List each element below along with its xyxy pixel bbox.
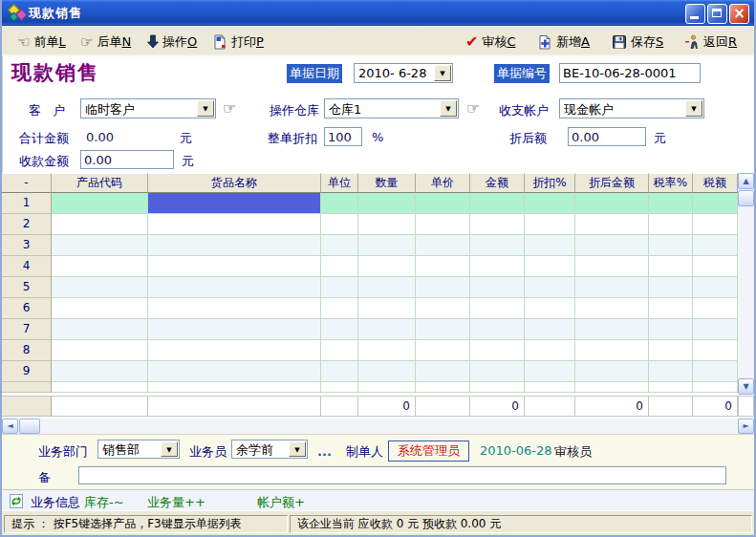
new-doc-button[interactable]: 新增A xyxy=(535,32,592,52)
grid-cell-r6-c7[interactable] xyxy=(525,298,575,319)
row-number-1[interactable]: 1 xyxy=(2,193,52,214)
grid-cell-r9-c5[interactable] xyxy=(416,361,470,382)
grid-cell-r9-c9[interactable] xyxy=(649,361,693,382)
grid-cell-r3-c10[interactable] xyxy=(693,235,738,256)
grid-cell-r6-c4[interactable] xyxy=(358,298,416,319)
print-button[interactable]: 打印P xyxy=(210,32,266,52)
operate-button[interactable]: 操作O xyxy=(145,32,199,52)
grid-cell-r5-c10[interactable] xyxy=(693,277,738,298)
row-number-5[interactable]: 5 xyxy=(2,277,52,298)
grid-cell-r3-c3[interactable] xyxy=(321,235,358,256)
grid-cell-r8-c2[interactable] xyxy=(148,340,321,361)
grid-cell-r9-c4[interactable] xyxy=(358,361,416,382)
grid-cell-r2-c1[interactable] xyxy=(52,214,148,235)
grid-cell-r1-c7[interactable] xyxy=(525,193,575,214)
grid-cell-r4-c4[interactable] xyxy=(358,256,416,277)
chevron-down-icon[interactable]: ▼ xyxy=(685,100,702,117)
grid-cell-r6-c6[interactable] xyxy=(470,298,525,319)
remark-input[interactable] xyxy=(78,466,726,484)
more-button[interactable]: ... xyxy=(317,444,332,459)
grid-cell-r3-c2[interactable] xyxy=(148,235,321,256)
grid-cell-r5-c8[interactable] xyxy=(575,277,649,298)
grid-cell-r3-c9[interactable] xyxy=(649,235,693,256)
vertical-scrollbar[interactable]: ▲ ▼ xyxy=(738,173,754,395)
scroll-down-button[interactable]: ▼ xyxy=(738,378,754,395)
row-number-8[interactable]: 8 xyxy=(2,340,52,361)
grid-cell-r8-c7[interactable] xyxy=(525,340,575,361)
column-header-10[interactable]: 税额 xyxy=(693,173,738,193)
grid-cell-r8-c8[interactable] xyxy=(575,340,649,361)
scroll-right-button[interactable]: ► xyxy=(738,419,754,434)
grid-cell-r1-c3[interactable] xyxy=(321,193,358,214)
prev-doc-button[interactable]: ☜ 前单L xyxy=(15,32,68,52)
grid-cell-r4-c6[interactable] xyxy=(470,256,525,277)
discounted-amount-input[interactable] xyxy=(568,127,646,146)
business-info-button[interactable]: 业务信息 xyxy=(31,494,80,511)
grid-cell-r1-c8[interactable] xyxy=(575,193,649,214)
chevron-down-icon[interactable]: ▼ xyxy=(161,441,178,457)
grid-cell-r8-c5[interactable] xyxy=(416,340,470,361)
grid-cell-r9-c10[interactable] xyxy=(693,361,738,382)
grid-cell-r4-c8[interactable] xyxy=(575,256,649,277)
column-header-7[interactable]: 折扣% xyxy=(525,173,575,193)
grid-cell-r2-c9[interactable] xyxy=(649,214,693,235)
grid-cell-r7-c2[interactable] xyxy=(148,319,321,340)
grid-cell-r7-c3[interactable] xyxy=(321,319,358,340)
received-amount-input[interactable] xyxy=(80,150,174,169)
grid-cell-r7-c9[interactable] xyxy=(649,319,693,340)
grid-cell-r5-c3[interactable] xyxy=(321,277,358,298)
return-button[interactable]: 返回R xyxy=(682,32,739,52)
row-number-9[interactable]: 9 xyxy=(2,361,52,382)
grid-cell-r7-c10[interactable] xyxy=(693,319,738,340)
grid-cell-r6-c9[interactable] xyxy=(649,298,693,319)
close-button[interactable]: × xyxy=(729,4,749,24)
horizontal-scroll-thumb[interactable] xyxy=(19,419,40,434)
grid-cell-r4-c2[interactable] xyxy=(148,256,321,277)
grid-cell-r8-c9[interactable] xyxy=(649,340,693,361)
grid-cell-r2-c10[interactable] xyxy=(693,214,738,235)
grid-cell-r2-c6[interactable] xyxy=(470,214,525,235)
grid-cell-r3-c8[interactable] xyxy=(575,235,649,256)
account-select[interactable]: 现金帐户 ▼ xyxy=(559,98,704,118)
grid-cell-r8-c1[interactable] xyxy=(52,340,148,361)
grid-cell-r6-c2[interactable] xyxy=(148,298,321,319)
discount-input[interactable] xyxy=(324,127,362,146)
column-header-6[interactable]: 金额 xyxy=(470,173,525,193)
chevron-down-icon[interactable]: ▼ xyxy=(289,441,306,457)
minimize-button[interactable] xyxy=(685,4,705,24)
column-header-2[interactable]: 货品名称 xyxy=(148,173,321,193)
grid-cell-r5-c1[interactable] xyxy=(52,277,148,298)
column-header-5[interactable]: 单价 xyxy=(416,173,470,193)
save-button[interactable]: 保存S xyxy=(610,32,665,52)
doc-no-input[interactable] xyxy=(559,63,701,83)
grid-cell-r7-c4[interactable] xyxy=(358,319,416,340)
doc-date-select[interactable]: 2010- 6-28 ▼ xyxy=(354,63,453,83)
grid-cell-r4-c3[interactable] xyxy=(321,256,358,277)
warehouse-picker-hand-icon[interactable]: ☞ xyxy=(466,99,480,118)
customer-picker-hand-icon[interactable]: ☞ xyxy=(223,99,236,118)
grid-cell-r1-c6[interactable] xyxy=(470,193,525,214)
customer-select[interactable]: 临时客户 ▼ xyxy=(80,98,216,118)
column-header-4[interactable]: 数量 xyxy=(358,173,416,193)
grid-cell-r4-c7[interactable] xyxy=(525,256,575,277)
department-select[interactable]: 销售部 ▼ xyxy=(97,440,180,459)
next-doc-button[interactable]: ☞ 后单N xyxy=(78,32,133,52)
grid-cell-r1-c1[interactable] xyxy=(52,193,148,214)
grid-cell-r9-c1[interactable] xyxy=(52,361,148,382)
grid-cell-r3-c7[interactable] xyxy=(525,235,575,256)
maximize-button[interactable] xyxy=(707,4,727,24)
grid-cell-r7-c1[interactable] xyxy=(52,319,148,340)
grid-cell-r7-c7[interactable] xyxy=(525,319,575,340)
grid-cell-r1-c5[interactable] xyxy=(416,193,470,214)
grid-cell-r7-c8[interactable] xyxy=(575,319,649,340)
grid-cell-r2-c3[interactable] xyxy=(321,214,358,235)
horizontal-scrollbar[interactable]: ◄ ► xyxy=(2,419,754,434)
grid-cell-r8-c10[interactable] xyxy=(693,340,738,361)
row-number-7[interactable]: 7 xyxy=(2,319,52,340)
grid-cell-r5-c7[interactable] xyxy=(525,277,575,298)
grid-cell-r6-c5[interactable] xyxy=(416,298,470,319)
grid-cell-r3-c4[interactable] xyxy=(358,235,416,256)
column-header-1[interactable]: 产品代码 xyxy=(52,173,148,193)
grid-cell-r4-c10[interactable] xyxy=(693,256,738,277)
grid-cell-r5-c5[interactable] xyxy=(416,277,470,298)
